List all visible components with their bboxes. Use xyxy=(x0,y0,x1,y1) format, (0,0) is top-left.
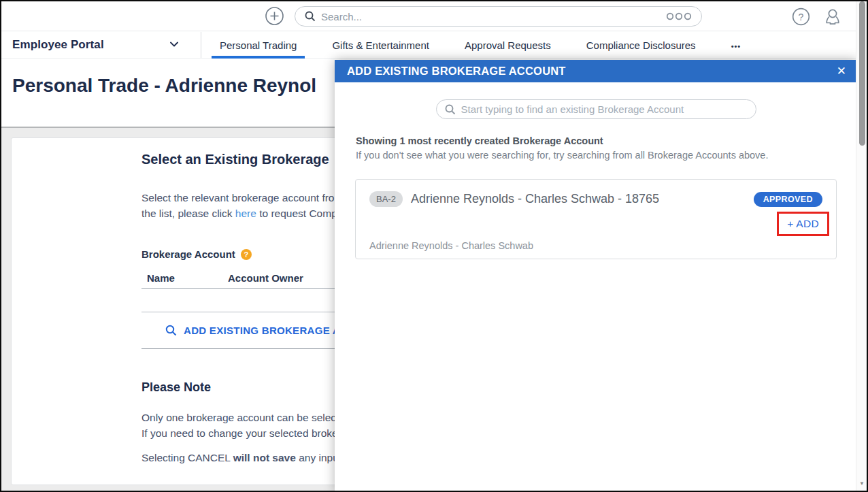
result-title: Adrienne Reynolds - Charles Schwab - 187… xyxy=(411,192,754,206)
results-summary: Showing 1 most recently created Brokerag… xyxy=(356,135,857,146)
here-link[interactable]: here xyxy=(235,208,256,219)
status-badge: APPROVED xyxy=(754,192,822,207)
global-search[interactable] xyxy=(295,6,702,27)
page-title: Personal Trade - Adrienne Reynol xyxy=(12,75,316,97)
record-id-badge: BA-2 xyxy=(369,191,403,207)
result-title-row: BA-2 Adrienne Reynolds - Charles Schwab … xyxy=(369,191,822,207)
intro-line-2b: to request Compl xyxy=(256,208,339,219)
brokerage-account-label: Brokerage Account xyxy=(141,248,235,260)
tab-approval-requests[interactable]: Approval Requests xyxy=(456,32,559,59)
modal-search-input[interactable] xyxy=(461,103,748,115)
tab-personal-trading[interactable]: Personal Trading xyxy=(212,32,305,59)
intro-line-1: Select the relevant brokerage account fr… xyxy=(141,192,334,203)
svg-text:?: ? xyxy=(799,11,804,22)
chevron-down-icon[interactable] xyxy=(169,39,180,50)
brokerage-account-result-card: BA-2 Adrienne Reynolds - Charles Schwab … xyxy=(355,179,837,259)
column-header-name: Name xyxy=(141,272,228,284)
cancel-note-a: Selecting CANCEL xyxy=(141,452,233,463)
search-icon xyxy=(445,104,456,115)
results-hint: If you don't see what you were searching… xyxy=(356,150,857,161)
close-icon[interactable]: ✕ xyxy=(837,65,846,77)
scrollbar-down-arrow[interactable]: ▼ xyxy=(856,480,867,487)
add-button[interactable]: + ADD xyxy=(787,218,819,229)
modal-search[interactable] xyxy=(436,99,756,119)
modal-header: ADD EXISTING BROKERAGE ACCOUNT ✕ xyxy=(335,60,857,82)
note-line-1: Only one brokerage account can be select xyxy=(141,412,339,423)
create-new-button[interactable] xyxy=(265,6,284,26)
tab-overflow-menu[interactable]: ••• xyxy=(723,32,750,59)
modal-title: ADD EXISTING BROKERAGE ACCOUNT xyxy=(347,65,837,78)
add-brokerage-account-modal: ADD EXISTING BROKERAGE ACCOUNT ✕ Showing… xyxy=(335,60,857,492)
user-icon[interactable] xyxy=(823,7,842,26)
tab-compliance-disclosures[interactable]: Compliance Disclosures xyxy=(578,32,704,59)
cancel-note-bold: will not save xyxy=(233,452,296,463)
vertical-scrollbar[interactable]: ▼ xyxy=(856,1,867,491)
note-line-2: If you need to change your selected brok… xyxy=(141,427,338,439)
global-search-input[interactable] xyxy=(321,11,666,22)
top-bar-right: ? xyxy=(792,7,842,26)
tab-bar: Personal Trading Gifts & Entertainment A… xyxy=(202,32,758,59)
plus-circle-icon xyxy=(265,6,284,26)
more-options-icon[interactable] xyxy=(666,12,692,20)
scrollbar-thumb[interactable] xyxy=(859,1,865,146)
intro-line-2a: the list, please click xyxy=(141,208,235,219)
nav-divider xyxy=(201,32,201,58)
add-link-label: ADD EXISTING BROKERAGE AC xyxy=(184,325,348,336)
add-button-highlight: + ADD xyxy=(777,212,829,236)
search-icon xyxy=(305,11,316,22)
top-bar: ? xyxy=(1,1,867,31)
result-subtitle: Adrienne Reynolds - Charles Schwab xyxy=(369,240,533,251)
portal-label: Employee Portal xyxy=(12,38,104,52)
help-icon[interactable]: ? xyxy=(792,7,810,26)
field-help-icon[interactable]: ? xyxy=(241,249,252,260)
app-window: ? Employee Portal Personal Trading Gifts… xyxy=(0,0,868,492)
portal-switcher[interactable]: Employee Portal xyxy=(12,32,104,58)
nav-bar: Employee Portal Personal Trading Gifts &… xyxy=(1,32,867,59)
column-header-account-owner: Account Owner xyxy=(228,272,303,284)
search-icon xyxy=(165,325,177,336)
tab-gifts-entertainment[interactable]: Gifts & Entertainment xyxy=(324,32,437,59)
